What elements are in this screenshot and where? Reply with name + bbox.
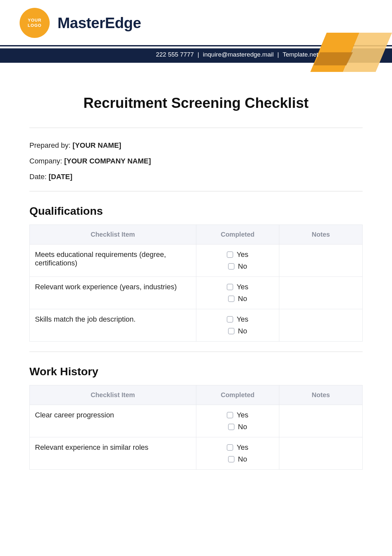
notes-cell[interactable] [279, 405, 363, 437]
section-title-work-history: Work History [29, 365, 363, 378]
meta-value: [YOUR COMPANY NAME] [64, 157, 151, 165]
no-label: No [238, 423, 247, 431]
table-row: Relevant experience in similar roles Yes… [30, 437, 363, 470]
completed-cell: Yes No [196, 244, 279, 277]
meta-value: [DATE] [49, 173, 73, 181]
checkbox-no[interactable] [228, 424, 235, 430]
no-label: No [238, 262, 247, 271]
divider [29, 351, 363, 352]
document-page: YOUR LOGO MasterEdge 222 555 7777 | inqu… [0, 0, 392, 483]
checklist-item: Relevant experience in similar roles [30, 437, 196, 470]
logo-placeholder: YOUR LOGO [20, 8, 50, 38]
yes-label: Yes [237, 250, 248, 259]
logo-line1: YOUR [28, 18, 41, 23]
no-label: No [238, 455, 247, 463]
meta-value: [YOUR NAME] [73, 141, 121, 149]
checkbox-yes[interactable] [227, 412, 233, 418]
checkbox-no[interactable] [228, 295, 235, 302]
contact-email: inquire@masteredge.mail [201, 51, 276, 58]
completed-cell: Yes No [196, 437, 279, 470]
checklist-item: Relevant work experience (years, industr… [30, 277, 196, 309]
work-history-table: Checklist Item Completed Notes Clear car… [29, 385, 363, 470]
th-notes: Notes [279, 385, 363, 405]
yes-label: Yes [237, 315, 248, 324]
qualifications-table: Checklist Item Completed Notes Meets edu… [29, 225, 363, 342]
notes-cell[interactable] [279, 437, 363, 470]
table-row: Clear career progression Yes No [30, 405, 363, 437]
th-item: Checklist Item [30, 385, 196, 405]
no-label: No [238, 295, 247, 303]
meta-label: Prepared by: [29, 141, 73, 149]
checkbox-yes[interactable] [227, 316, 233, 323]
checkbox-no[interactable] [228, 456, 235, 463]
brand-name: MasterEdge [57, 14, 141, 32]
yes-label: Yes [237, 411, 248, 419]
meta-date: Date: [DATE] [29, 173, 363, 181]
divider [29, 191, 363, 192]
notes-cell[interactable] [279, 309, 363, 342]
completed-cell: Yes No [196, 405, 279, 437]
page-title: Recruitment Screening Checklist [29, 95, 363, 111]
section-title-qualifications: Qualifications [29, 205, 363, 217]
th-completed: Completed [196, 385, 279, 405]
th-notes: Notes [279, 225, 363, 244]
meta-label: Company: [29, 157, 64, 165]
logo-line2: LOGO [28, 23, 41, 28]
table-row: Skills match the job description. Yes No [30, 309, 363, 342]
yes-label: Yes [237, 443, 248, 452]
completed-cell: Yes No [196, 277, 279, 309]
checkbox-yes[interactable] [227, 251, 233, 258]
notes-cell[interactable] [279, 277, 363, 309]
contact-phone: 222 555 7777 [154, 51, 196, 58]
checklist-item: Meets educational requirements (degree, … [30, 244, 196, 277]
checkbox-no[interactable] [228, 263, 235, 270]
checkbox-yes[interactable] [227, 284, 233, 290]
contact-site: Template.net [281, 51, 320, 58]
table-row: Meets educational requirements (degree, … [30, 244, 363, 277]
header: YOUR LOGO MasterEdge 222 555 7777 | inqu… [0, 0, 392, 65]
checklist-item: Clear career progression [30, 405, 196, 437]
meta-company: Company: [YOUR COMPANY NAME] [29, 157, 363, 165]
checklist-item: Skills match the job description. [30, 309, 196, 342]
checkbox-yes[interactable] [227, 444, 233, 451]
completed-cell: Yes No [196, 309, 279, 342]
checkbox-no[interactable] [228, 328, 235, 334]
header-shape-icon [307, 33, 392, 69]
th-completed: Completed [196, 225, 279, 244]
meta-prepared-by: Prepared by: [YOUR NAME] [29, 141, 363, 150]
divider [29, 127, 363, 128]
notes-cell[interactable] [279, 244, 363, 277]
no-label: No [238, 327, 247, 335]
contact-info: 222 555 7777 | inquire@masteredge.mail |… [0, 51, 320, 58]
logo-row: YOUR LOGO MasterEdge [0, 0, 392, 38]
yes-label: Yes [237, 283, 248, 291]
meta-label: Date: [29, 173, 49, 181]
table-row: Relevant work experience (years, industr… [30, 277, 363, 309]
th-item: Checklist Item [30, 225, 196, 244]
content: Recruitment Screening Checklist Prepared… [0, 65, 392, 483]
